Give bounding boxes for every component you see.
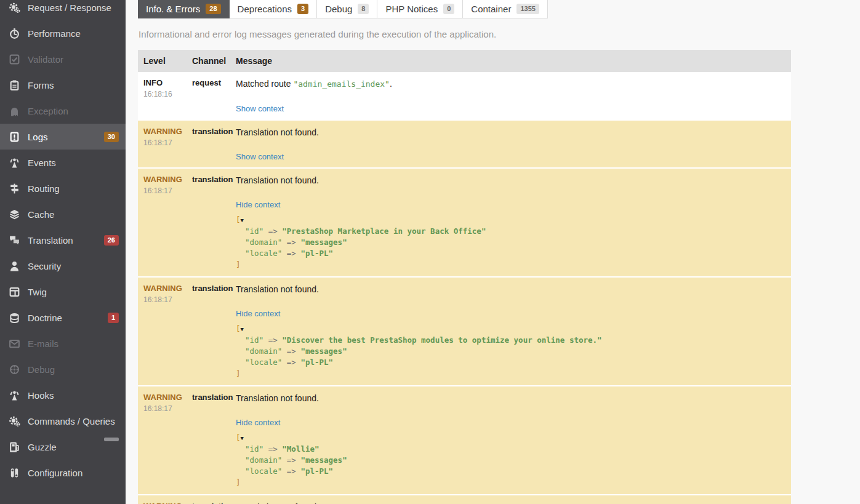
person-icon bbox=[6, 260, 22, 272]
tab-label: Debug bbox=[325, 4, 352, 14]
dump-key: "domain" bbox=[245, 238, 282, 247]
log-table: LevelChannelMessage INFO16:18:16requestM… bbox=[138, 50, 791, 504]
context-toggle-link[interactable]: Hide context bbox=[236, 309, 280, 318]
open-bracket: [ bbox=[236, 215, 241, 224]
log-time: 16:18:17 bbox=[143, 138, 181, 147]
sidebar-item-translation[interactable]: Translation26 bbox=[0, 227, 126, 253]
sidebar-count-badge: 1 bbox=[108, 313, 119, 323]
log-row: WARNING16:18:17translationTranslation no… bbox=[138, 277, 791, 386]
dump-key: "domain" bbox=[245, 455, 282, 465]
log-channel: translation bbox=[192, 175, 233, 184]
sidebar-item-label: Request / Response bbox=[28, 2, 111, 13]
broadcast-icon bbox=[6, 157, 22, 169]
dump-value: "pl-PL" bbox=[300, 249, 333, 258]
log-message-cell: Translation not found.Hide context[▼ "id… bbox=[230, 168, 791, 277]
log-channel-cell: translation bbox=[187, 277, 230, 386]
signpost-icon bbox=[6, 183, 22, 194]
log-time: 16:18:17 bbox=[143, 295, 181, 304]
dump-value: "PrestaShop Marketplace in your Back Off… bbox=[282, 226, 486, 236]
log-row: WARNING16:18:17translationTranslation no… bbox=[138, 168, 791, 277]
sidebar-item-label: E-mails bbox=[28, 338, 58, 349]
log-channel-cell: translation bbox=[187, 168, 230, 277]
sidebar-item-label: Hooks bbox=[28, 390, 54, 401]
frame-icon bbox=[6, 286, 22, 298]
sidebar-item-cache[interactable]: Cache bbox=[0, 201, 126, 227]
sidebar-item-commands-queries[interactable]: Commands / Queries bbox=[0, 408, 126, 434]
gears-icon bbox=[6, 2, 22, 14]
layers-icon bbox=[6, 209, 22, 220]
tab-deprecations[interactable]: Deprecations3 bbox=[230, 0, 318, 18]
dump-arrow: => bbox=[287, 238, 296, 247]
tab-php-notices[interactable]: PHP Notices0 bbox=[377, 0, 463, 18]
stopwatch-icon bbox=[6, 28, 22, 39]
context-dump: [▼ "id" => "Discover the best PrestaShop… bbox=[236, 323, 786, 379]
sidebar-item-label: Commands / Queries bbox=[28, 416, 115, 426]
sidebar-item-guzzle[interactable]: Guzzle bbox=[0, 434, 126, 460]
tab-info-errors[interactable]: Info. & Errors28 bbox=[138, 0, 230, 18]
context-toggle-link[interactable]: Hide context bbox=[236, 418, 280, 427]
log-channel-cell: translation bbox=[187, 120, 230, 168]
log-book-icon bbox=[6, 131, 22, 143]
sidebar-item-label: Translation bbox=[28, 235, 73, 246]
log-channel: request bbox=[192, 78, 221, 87]
speech-bubbles-icon bbox=[6, 234, 22, 246]
caret-down-icon: ▼ bbox=[241, 435, 244, 441]
column-header-message: Message bbox=[230, 50, 791, 72]
context-toggle-link[interactable]: Show context bbox=[236, 152, 284, 161]
log-row: INFO16:18:16requestMatched route "admin_… bbox=[138, 72, 791, 120]
sidebar-item-label: Configuration bbox=[28, 468, 82, 478]
dump-key: "locale" bbox=[245, 358, 282, 367]
dump-arrow: => bbox=[268, 335, 278, 345]
sidebar-item-label: Performance bbox=[28, 28, 81, 39]
sidebar-item-configuration[interactable]: Configuration bbox=[0, 460, 126, 486]
context-toggle-link[interactable]: Hide context bbox=[236, 200, 280, 209]
sidebar-item-debug: Debug bbox=[0, 356, 126, 382]
sidebar-item-label: Routing bbox=[28, 183, 60, 194]
log-level-cell: WARNING16:18:17 bbox=[138, 495, 187, 504]
log-channel-cell: request bbox=[187, 72, 230, 120]
sidebar-item-doctrine[interactable]: Doctrine1 bbox=[0, 305, 126, 330]
toggles-icon bbox=[6, 467, 22, 479]
caret-down-icon: ▼ bbox=[241, 326, 244, 332]
sidebar-count-badge: 30 bbox=[104, 132, 119, 142]
tab-debug[interactable]: Debug8 bbox=[317, 0, 377, 18]
dump-value: "Mollie" bbox=[282, 444, 319, 454]
column-header-level: Level bbox=[138, 50, 187, 72]
log-message: Translation not found. bbox=[236, 175, 786, 186]
dump-key: "domain" bbox=[245, 346, 282, 356]
sidebar-item-events[interactable]: Events bbox=[0, 150, 126, 175]
log-level-cell: WARNING16:18:17 bbox=[138, 386, 187, 495]
context-toggle-link[interactable]: Show context bbox=[236, 104, 284, 113]
tab-count-badge: 1355 bbox=[516, 4, 539, 14]
sidebar-item-label: Twig bbox=[28, 287, 47, 297]
sidebar-item-exception: Exception bbox=[0, 98, 126, 124]
open-bracket: [ bbox=[236, 324, 241, 333]
sidebar-item-twig[interactable]: Twig bbox=[0, 279, 126, 305]
validator-check-icon bbox=[6, 54, 22, 65]
sidebar-item-logs[interactable]: Logs30 bbox=[0, 124, 126, 150]
log-level: INFO bbox=[143, 78, 181, 87]
tab-count-badge: 28 bbox=[206, 4, 220, 14]
log-row: WARNING16:18:17translationTranslation no… bbox=[138, 120, 791, 168]
tab-container[interactable]: Container1355 bbox=[463, 0, 548, 18]
tab-count-badge: 8 bbox=[358, 4, 369, 14]
log-message-cell: Translation not found.Show context bbox=[230, 495, 791, 504]
log-level: WARNING bbox=[143, 175, 181, 184]
log-channel: translation bbox=[192, 393, 233, 402]
sidebar-item-security[interactable]: Security bbox=[0, 253, 126, 279]
sidebar-item-request-response[interactable]: Request / Response bbox=[0, 0, 126, 20]
dump-value: "messages" bbox=[300, 455, 347, 465]
sidebar-item-performance[interactable]: Performance bbox=[0, 20, 126, 46]
log-message-cell: Translation not found.Hide context[▼ "id… bbox=[230, 386, 791, 495]
dump-arrow: => bbox=[287, 466, 296, 476]
sidebar-item-forms[interactable]: Forms bbox=[0, 72, 126, 98]
log-level-cell: WARNING16:18:17 bbox=[138, 120, 187, 168]
dump-value: "pl-PL" bbox=[300, 358, 333, 367]
sidebar-menu: Request / ResponsePerformanceValidatorFo… bbox=[0, 0, 126, 486]
close-bracket: ] bbox=[236, 260, 241, 269]
dump-key: "locale" bbox=[245, 466, 282, 476]
sidebar-item-hooks[interactable]: Hooks bbox=[0, 382, 126, 408]
sidebar-item-routing[interactable]: Routing bbox=[0, 175, 126, 201]
log-level: WARNING bbox=[143, 284, 181, 293]
sidebar-item-label: Debug bbox=[28, 364, 55, 375]
